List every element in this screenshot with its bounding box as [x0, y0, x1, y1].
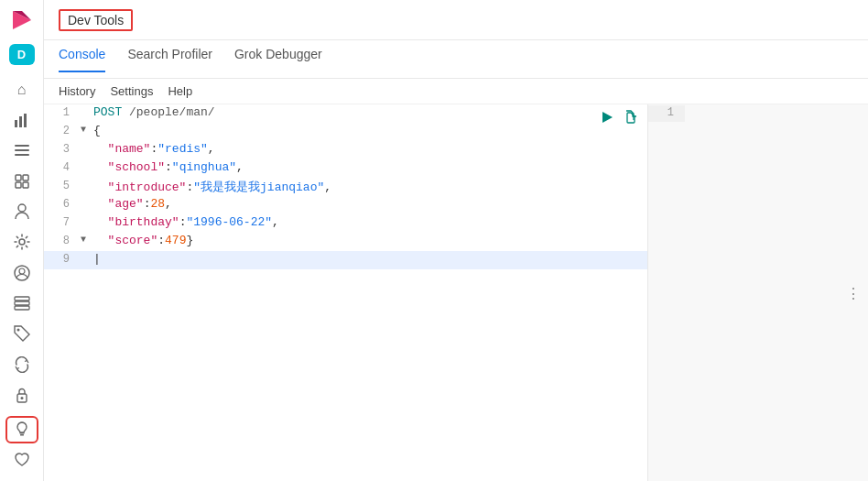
- svg-point-20: [16, 329, 19, 332]
- console-toolbar: History Settings Help: [44, 79, 868, 104]
- user-avatar[interactable]: D: [9, 44, 35, 65]
- svg-rect-9: [16, 175, 21, 180]
- code-line-7: 7 "birthday":"1996-06-22",: [44, 214, 647, 233]
- sidebar-item-stack[interactable]: [5, 290, 38, 316]
- sidebar: D ⌂: [0, 0, 44, 481]
- sidebar-item-user-circle[interactable]: [5, 259, 38, 286]
- code-line-1: 1 POST /people/man/: [44, 104, 647, 123]
- sidebar-item-gear[interactable]: [5, 229, 38, 256]
- dev-tools-title: Dev Tools: [59, 9, 133, 31]
- sidebar-item-layers[interactable]: [5, 137, 38, 164]
- main-content: Dev Tools Console Search Profiler Grok D…: [44, 0, 868, 481]
- sidebar-item-heart[interactable]: [5, 447, 38, 474]
- svg-rect-11: [16, 182, 21, 188]
- sidebar-item-tag[interactable]: [5, 321, 38, 347]
- sidebar-item-lock[interactable]: [5, 381, 38, 408]
- svg-rect-3: [19, 116, 22, 127]
- tab-console[interactable]: Console: [59, 47, 105, 72]
- code-line-2: 2 ▼ {: [44, 123, 647, 141]
- sidebar-item-bulb[interactable]: [5, 416, 38, 443]
- toolbar-help[interactable]: Help: [168, 84, 192, 98]
- svg-rect-12: [23, 182, 28, 188]
- svg-point-22: [20, 397, 23, 399]
- tab-grok-debugger[interactable]: Grok Debugger: [234, 47, 322, 72]
- svg-rect-24: [20, 434, 24, 436]
- editor-area: 1 POST /people/man/ 2 ▼ { 3 "name":"redi…: [44, 104, 868, 481]
- result-more-options[interactable]: ⋮: [846, 284, 861, 301]
- result-pane: 1 ⋮: [648, 104, 868, 481]
- svg-rect-6: [15, 145, 29, 147]
- app-logo: [9, 7, 35, 33]
- query-editor[interactable]: 1 POST /people/man/ 2 ▼ { 3 "name":"redi…: [44, 104, 648, 481]
- copy-icon[interactable]: [622, 108, 640, 126]
- code-line-4: 4 "school":"qinghua",: [44, 159, 647, 178]
- svg-rect-2: [15, 120, 17, 127]
- svg-rect-23: [19, 432, 24, 434]
- svg-rect-19: [15, 306, 29, 310]
- svg-point-13: [18, 204, 26, 212]
- toolbar-settings[interactable]: Settings: [110, 84, 153, 98]
- svg-marker-25: [602, 112, 613, 123]
- sidebar-item-home[interactable]: ⌂: [5, 76, 38, 103]
- svg-rect-5: [28, 118, 29, 119]
- sidebar-item-grid[interactable]: [5, 168, 38, 194]
- tab-bar: Console Search Profiler Grok Debugger: [44, 40, 868, 79]
- code-line-6: 6 "age":28,: [44, 196, 647, 214]
- code-line-3: 3 "name":"redis",: [44, 141, 647, 159]
- run-query-icon[interactable]: [598, 108, 616, 126]
- svg-rect-8: [15, 154, 29, 156]
- result-line-1: 1: [648, 104, 868, 123]
- svg-rect-10: [23, 175, 28, 180]
- svg-point-14: [19, 239, 25, 245]
- svg-rect-18: [15, 301, 29, 305]
- tab-search-profiler[interactable]: Search Profiler: [127, 47, 212, 72]
- sidebar-item-chart[interactable]: [5, 106, 38, 133]
- code-line-5: 5 "introduce":"我是我是我jianqiao",: [44, 178, 647, 196]
- code-line-8: 8 ▼ "score":479}: [44, 233, 647, 251]
- svg-rect-7: [15, 149, 29, 151]
- svg-rect-17: [15, 297, 29, 301]
- header: Dev Tools: [44, 0, 868, 40]
- query-action-bar: [598, 108, 640, 126]
- sidebar-item-refresh[interactable]: [5, 351, 38, 377]
- code-line-9: 9: [44, 251, 647, 269]
- svg-point-16: [19, 268, 25, 274]
- toolbar-history[interactable]: History: [59, 84, 95, 98]
- sidebar-item-person[interactable]: [5, 198, 38, 224]
- svg-rect-4: [24, 114, 27, 127]
